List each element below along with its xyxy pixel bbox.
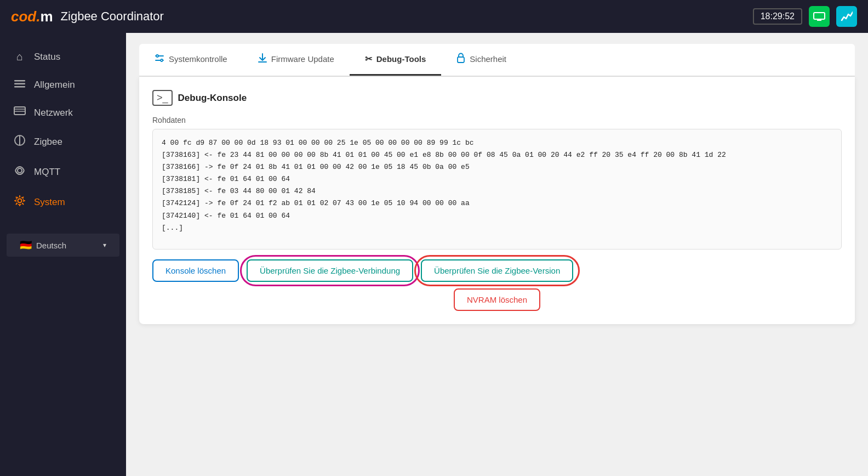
tab-debug[interactable]: ✂ Debug-Tools: [350, 44, 442, 76]
terminal-icon: >_: [152, 90, 173, 106]
check-version-button[interactable]: Überprüfen Sie die Zigbee-Version: [421, 259, 573, 282]
console-output: 4 00 fc d9 87 00 00 0d 18 93 01 00 00 00…: [152, 129, 842, 250]
svg-point-17: [161, 59, 163, 61]
console-line-3: [3738181] <- fe 01 64 01 00 64: [162, 173, 832, 185]
network-icon: [13, 106, 26, 119]
section-label-rohdaten: Rohdaten: [152, 116, 842, 124]
logo-italic: cod.: [11, 8, 40, 25]
svg-rect-3: [14, 80, 25, 82]
nvram-clear-button[interactable]: NVRAM löschen: [454, 288, 540, 311]
signal-icon-btn[interactable]: [836, 6, 857, 27]
svg-rect-5: [14, 86, 25, 88]
zigbee-icon: [13, 134, 26, 149]
primary-button-row: Konsole löschen Überprüfen Sie die Zigbe…: [152, 259, 842, 282]
flag-icon: 🇩🇪: [20, 239, 32, 251]
clear-console-button[interactable]: Konsole löschen: [152, 259, 239, 282]
monitor-icon-btn[interactable]: [809, 6, 830, 27]
language-selector[interactable]: 🇩🇪 Deutsch ▾: [7, 234, 119, 257]
console-line-5: [3742124] -> fe 0f 24 01 f2 ab 01 01 02 …: [162, 197, 832, 209]
svg-point-15: [156, 55, 158, 57]
tab-label-debug: Debug-Tools: [376, 54, 426, 64]
sidebar-label-system: System: [34, 197, 65, 208]
secondary-button-row: NVRAM löschen: [152, 288, 842, 311]
tab-label-systemkontrolle: Systemkontrolle: [169, 54, 227, 64]
console-line-6: [3742140] <- fe 01 64 01 00 64: [162, 210, 832, 222]
svg-rect-4: [14, 83, 25, 85]
check-version-wrapper: Überprüfen Sie die Zigbee-Version: [421, 259, 573, 282]
card-title: Debug-Konsole: [178, 93, 247, 104]
logo-text: cod.m: [11, 8, 53, 25]
time-display: 18:29:52: [753, 8, 802, 25]
sidebar-item-status[interactable]: ⌂ Status: [0, 44, 126, 70]
check-connection-button[interactable]: Überprüfen Sie die Zigbee-Verbindung: [247, 259, 413, 282]
sidebar-item-netzwerk[interactable]: Netzwerk: [0, 100, 126, 126]
sidebar-item-zigbee[interactable]: Zigbee: [0, 128, 126, 156]
home-icon: ⌂: [13, 50, 26, 63]
list-icon: [13, 78, 26, 91]
svg-point-12: [18, 199, 22, 203]
sidebar-item-mqtt[interactable]: MQTT: [0, 158, 126, 186]
svg-rect-6: [14, 107, 25, 115]
lock-icon: [456, 53, 465, 65]
system-icon: [13, 195, 26, 209]
topbar: cod.m Zigbee Coordinator 18:29:52: [0, 0, 868, 33]
chevron-down-icon: ▾: [103, 241, 106, 249]
tab-sicherheit[interactable]: Sicherheit: [441, 44, 522, 76]
logo: cod.m Zigbee Coordinator: [11, 8, 164, 25]
console-line-2: [3738166] -> fe 0f 24 01 8b 41 01 01 00 …: [162, 161, 832, 173]
logo-bold: m: [40, 8, 53, 25]
console-line-1: [3738163] <- fe 23 44 81 00 00 00 00 8b …: [162, 149, 832, 161]
svg-point-11: [18, 168, 22, 173]
tab-firmware[interactable]: Firmware Update: [243, 44, 350, 76]
scissors-icon: ✂: [365, 54, 372, 64]
tabs-bar: Systemkontrolle Firmware Update ✂ Debug-…: [139, 44, 855, 77]
download-icon: [258, 53, 267, 65]
mqtt-icon: [13, 165, 26, 179]
language-label: Deutsch: [36, 241, 66, 250]
console-line-0: 4 00 fc d9 87 00 00 0d 18 93 01 00 00 00…: [162, 137, 832, 149]
topbar-right: 18:29:52: [753, 6, 857, 27]
svg-rect-0: [814, 13, 825, 19]
check-connection-wrapper: Überprüfen Sie die Zigbee-Verbindung: [247, 259, 413, 282]
sidebar-label-mqtt: MQTT: [34, 167, 60, 178]
sidebar-label-status: Status: [34, 52, 60, 63]
sidebar-item-system[interactable]: System: [0, 188, 126, 216]
sidebar-item-allgemein[interactable]: Allgemein: [0, 72, 126, 98]
sidebar-label-allgemein: Allgemein: [34, 80, 75, 90]
button-area: Konsole löschen Überprüfen Sie die Zigbe…: [152, 259, 842, 311]
console-line-7: [...]: [162, 222, 832, 234]
sidebar-label-zigbee: Zigbee: [34, 137, 62, 148]
svg-rect-20: [458, 57, 464, 63]
app-title: Zigbee Coordinator: [61, 9, 164, 24]
main-layout: ⌂ Status Allgemein Netzwerk: [0, 33, 868, 476]
debug-card: >_ Debug-Konsole Rohdaten 4 00 fc d9 87 …: [139, 77, 855, 324]
console-line-4: [3738185] <- fe 03 44 80 00 01 42 84: [162, 185, 832, 197]
tab-systemkontrolle[interactable]: Systemkontrolle: [139, 44, 243, 76]
settings-sliders-icon: [155, 54, 164, 65]
card-header: >_ Debug-Konsole: [152, 90, 842, 106]
sidebar: ⌂ Status Allgemein Netzwerk: [0, 33, 126, 476]
content-area: Systemkontrolle Firmware Update ✂ Debug-…: [126, 33, 868, 476]
tab-label-firmware: Firmware Update: [271, 54, 334, 64]
tab-label-sicherheit: Sicherheit: [470, 54, 506, 64]
sidebar-label-netzwerk: Netzwerk: [34, 107, 73, 118]
